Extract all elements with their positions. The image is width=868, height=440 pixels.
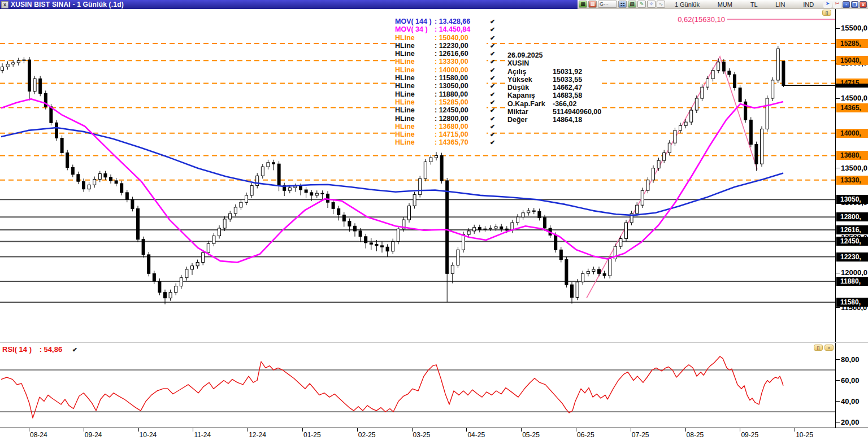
hline-price-badge[interactable]: 15040, xyxy=(836,56,868,65)
candle-body[interactable] xyxy=(202,252,205,262)
hline-price-badge[interactable]: 12616, xyxy=(836,225,868,234)
candle-body[interactable] xyxy=(240,202,242,207)
candle-body[interactable] xyxy=(489,228,492,229)
candle-body[interactable] xyxy=(88,185,90,189)
candle-body[interactable] xyxy=(576,282,579,297)
candle-body[interactable] xyxy=(110,177,112,181)
candle-body[interactable] xyxy=(467,231,470,234)
legend-mov-row[interactable]: MOV( 144 ): 13.428,66✔ xyxy=(395,18,495,25)
candle-body[interactable] xyxy=(598,269,601,273)
calculator-icon[interactable]: ☷ xyxy=(618,1,627,8)
candle-body[interactable] xyxy=(609,259,611,276)
check-icon[interactable]: ✔ xyxy=(490,34,495,42)
hline-price-badge[interactable]: 12230, xyxy=(836,252,868,262)
candle-body[interactable] xyxy=(305,190,307,193)
candle-body[interactable] xyxy=(60,138,63,153)
legend-hline-row[interactable]: HLine: 14365,70✔ xyxy=(395,138,495,146)
candle-body[interactable] xyxy=(93,179,96,185)
candle-body[interactable] xyxy=(446,181,449,273)
candle-body[interactable] xyxy=(652,168,655,180)
candle-body[interactable] xyxy=(641,190,644,205)
candle-body[interactable] xyxy=(392,242,394,251)
candle-body[interactable] xyxy=(28,60,31,92)
candle-body[interactable] xyxy=(500,227,503,229)
candle-body[interactable] xyxy=(158,281,161,293)
legend-hline-row[interactable]: HLine: 15040,00✔ xyxy=(395,34,495,42)
link-arrow-icon[interactable]: ➤ xyxy=(823,1,832,8)
candle-body[interactable] xyxy=(245,195,248,202)
check-icon[interactable]: ✔ xyxy=(490,18,495,25)
candle-body[interactable] xyxy=(98,174,101,180)
check-icon[interactable]: ✔ xyxy=(490,74,495,82)
candle-body[interactable] xyxy=(478,228,481,230)
rsi-close-button[interactable]: x xyxy=(824,345,834,351)
candle-body[interactable] xyxy=(71,167,74,174)
legend-hline-row[interactable]: HLine: 13050,00✔ xyxy=(395,82,495,90)
indicator-button[interactable]: IND xyxy=(795,1,822,8)
candle-body[interactable] xyxy=(494,227,497,229)
hline-price-badge[interactable]: 14365, xyxy=(836,103,868,112)
candle-body[interactable] xyxy=(544,217,546,228)
candle-body[interactable] xyxy=(261,167,264,176)
legend-hline-row[interactable]: HLine: 11880,00✔ xyxy=(395,90,495,98)
scale-button[interactable]: LIN xyxy=(767,1,793,8)
check-icon[interactable]: ✔ xyxy=(490,98,495,106)
candle-body[interactable] xyxy=(321,193,324,194)
candle-body[interactable] xyxy=(288,188,291,190)
candle-body[interactable] xyxy=(739,88,741,102)
candle-body[interactable] xyxy=(142,239,145,255)
candle-body[interactable] xyxy=(131,199,134,208)
candle-body[interactable] xyxy=(706,79,709,87)
candle-body[interactable] xyxy=(77,175,80,181)
hline-price-badge[interactable]: 14000, xyxy=(836,129,868,138)
candle-body[interactable] xyxy=(300,186,302,190)
candle-body[interactable] xyxy=(185,269,188,278)
candle-body[interactable] xyxy=(462,234,465,250)
candle-body[interactable] xyxy=(256,176,259,185)
candle-body[interactable] xyxy=(191,266,194,269)
candle-body[interactable] xyxy=(451,265,454,274)
candle-body[interactable] xyxy=(625,223,628,238)
portfolio-icon[interactable]: G··· xyxy=(598,1,617,8)
ma34-line[interactable] xyxy=(1,99,783,262)
candle-body[interactable] xyxy=(125,193,128,199)
check-icon[interactable]: ✔ xyxy=(490,50,495,58)
candle-body[interactable] xyxy=(554,235,557,250)
hline-price-badge[interactable]: 12800, xyxy=(836,212,868,221)
currency-button[interactable]: TL xyxy=(742,1,766,8)
candle-body[interactable] xyxy=(657,160,660,168)
hline-price-badge[interactable]: 13680, xyxy=(836,151,868,160)
check-icon[interactable]: ✔ xyxy=(490,123,495,130)
candle-body[interactable] xyxy=(559,250,562,259)
candle-body[interactable] xyxy=(164,293,167,298)
candle-body[interactable] xyxy=(619,239,622,247)
candle-body[interactable] xyxy=(212,236,215,244)
candle-body[interactable] xyxy=(207,243,210,252)
candle-body[interactable] xyxy=(120,184,123,193)
candle-body[interactable] xyxy=(153,273,155,281)
chart-colors-icon[interactable]: ▨ xyxy=(628,1,636,8)
candle-body[interactable] xyxy=(370,243,372,245)
hline-price-badge[interactable]: 15285, xyxy=(836,39,868,48)
candle-body[interactable] xyxy=(267,163,270,167)
candle-body[interactable] xyxy=(218,228,221,236)
legend-hline-row[interactable]: HLine: 12230,00✔ xyxy=(395,42,495,50)
candle-body[interactable] xyxy=(695,98,698,110)
check-icon[interactable]: ✔ xyxy=(490,42,495,50)
legend-hline-row[interactable]: HLine: 12616,60✔ xyxy=(395,50,495,58)
candle-body[interactable] xyxy=(348,221,351,226)
candle-body[interactable] xyxy=(223,219,226,228)
red-sheet-icon[interactable]: ▦ xyxy=(588,1,597,8)
candle-body[interactable] xyxy=(424,162,427,179)
candle-body[interactable] xyxy=(457,250,459,265)
candle-body[interactable] xyxy=(663,153,666,161)
legend-hline-row[interactable]: HLine: 12450,00✔ xyxy=(395,106,495,114)
rsi-maximize-button[interactable]: [] xyxy=(814,345,823,351)
legend-hline-row[interactable]: HLine: 11580,00✔ xyxy=(395,74,495,82)
hline-price-badge[interactable]: 13050, xyxy=(836,195,868,204)
candle-body[interactable] xyxy=(196,263,199,266)
candle-body[interactable] xyxy=(749,120,752,144)
candle-body[interactable] xyxy=(527,211,530,213)
candle-body[interactable] xyxy=(1,67,4,70)
compass-icon[interactable]: ✧ xyxy=(647,1,656,8)
